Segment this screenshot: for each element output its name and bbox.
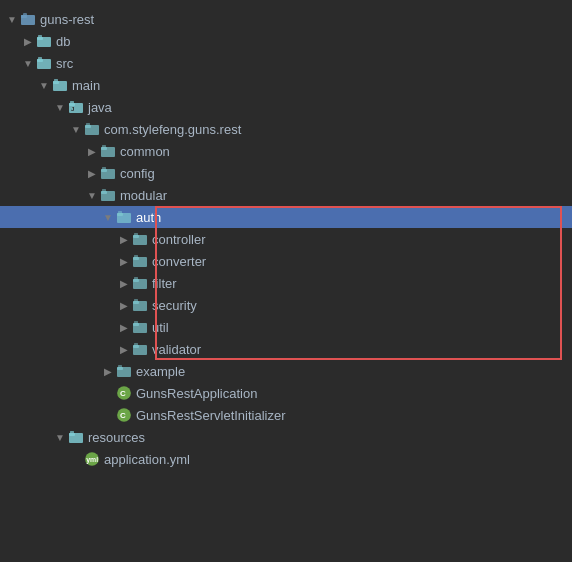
item-label: converter bbox=[152, 254, 206, 269]
pkg-folder-icon bbox=[100, 143, 116, 159]
svg-rect-5 bbox=[38, 35, 42, 38]
arrow-icon bbox=[4, 11, 20, 27]
arrow-icon bbox=[20, 55, 36, 71]
pkg-folder-icon bbox=[84, 121, 100, 137]
src-folder-icon: J bbox=[68, 99, 84, 115]
item-label: main bbox=[72, 78, 100, 93]
tree-item-main[interactable]: main bbox=[0, 74, 572, 96]
tree-item-config[interactable]: config bbox=[0, 162, 572, 184]
pkg-folder-icon bbox=[132, 231, 148, 247]
tree-item-java[interactable]: J java bbox=[0, 96, 572, 118]
pkg-folder-icon bbox=[132, 297, 148, 313]
pkg-folder-icon bbox=[132, 253, 148, 269]
item-label: application.yml bbox=[104, 452, 190, 467]
arrow-icon bbox=[116, 319, 132, 335]
svg-rect-21 bbox=[102, 145, 106, 148]
tree-item-guns-rest-app[interactable]: C GunsRestApplication bbox=[0, 382, 572, 404]
svg-text:C: C bbox=[120, 389, 126, 398]
tree-item-util[interactable]: util bbox=[0, 316, 572, 338]
arrow-icon bbox=[116, 253, 132, 269]
svg-rect-42 bbox=[134, 299, 138, 302]
svg-rect-14 bbox=[70, 101, 74, 104]
item-label: db bbox=[56, 34, 70, 49]
tree-item-validator[interactable]: validator bbox=[0, 338, 572, 360]
arrow-icon bbox=[116, 341, 132, 357]
spring-java-icon: C bbox=[116, 385, 132, 401]
pkg-folder-icon bbox=[132, 319, 148, 335]
svg-rect-58 bbox=[70, 431, 74, 434]
pkg-folder-icon bbox=[132, 341, 148, 357]
svg-rect-39 bbox=[134, 277, 138, 280]
arrow-icon bbox=[84, 165, 100, 181]
svg-rect-24 bbox=[102, 167, 106, 170]
tree-item-resources[interactable]: resources bbox=[0, 426, 572, 448]
arrow-icon bbox=[84, 143, 100, 159]
arrow-icon bbox=[52, 429, 68, 445]
folder-icon bbox=[36, 33, 52, 49]
arrow-icon bbox=[52, 99, 68, 115]
svg-rect-8 bbox=[38, 57, 42, 60]
tree-item-common[interactable]: common bbox=[0, 140, 572, 162]
res-folder-icon bbox=[68, 429, 84, 445]
item-label: filter bbox=[152, 276, 177, 291]
tree-item-security[interactable]: security bbox=[0, 294, 572, 316]
tree-item-servlet-init[interactable]: C GunsRestServletInitializer bbox=[0, 404, 572, 426]
svg-rect-48 bbox=[134, 343, 138, 346]
item-label: controller bbox=[152, 232, 205, 247]
tree-item-db[interactable]: db bbox=[0, 30, 572, 52]
arrow-icon bbox=[100, 209, 116, 225]
tree-item-example[interactable]: example bbox=[0, 360, 572, 382]
item-label: java bbox=[88, 100, 112, 115]
svg-rect-36 bbox=[134, 255, 138, 258]
pkg-folder-icon bbox=[116, 363, 132, 379]
arrow-icon bbox=[68, 121, 84, 137]
tree-item-pkg-root[interactable]: com.stylefeng.guns.rest bbox=[0, 118, 572, 140]
svg-rect-27 bbox=[102, 189, 106, 192]
arrow-icon bbox=[116, 297, 132, 313]
tree-item-filter[interactable]: filter bbox=[0, 272, 572, 294]
item-label: GunsRestApplication bbox=[136, 386, 257, 401]
arrow-icon bbox=[84, 187, 100, 203]
pkg-folder-icon bbox=[100, 165, 116, 181]
folder-icon bbox=[52, 77, 68, 93]
tree-item-auth[interactable]: auth bbox=[0, 206, 572, 228]
tree-wrapper: guns-rest db bbox=[0, 8, 572, 470]
arrow-icon bbox=[116, 275, 132, 291]
module-folder-icon bbox=[20, 11, 36, 27]
item-label: modular bbox=[120, 188, 167, 203]
arrow-icon bbox=[100, 363, 116, 379]
svg-text:yml: yml bbox=[86, 456, 98, 464]
svg-rect-11 bbox=[54, 79, 58, 82]
svg-text:C: C bbox=[120, 411, 126, 420]
item-label: config bbox=[120, 166, 155, 181]
svg-text:J: J bbox=[71, 106, 74, 112]
arrow-icon bbox=[20, 33, 36, 49]
item-label: com.stylefeng.guns.rest bbox=[104, 122, 241, 137]
tree-item-app-yml[interactable]: yml application.yml bbox=[0, 448, 572, 470]
tree-item-converter[interactable]: converter bbox=[0, 250, 572, 272]
svg-rect-45 bbox=[134, 321, 138, 324]
item-label: example bbox=[136, 364, 185, 379]
tree-item-guns-rest[interactable]: guns-rest bbox=[0, 8, 572, 30]
pkg-folder-icon bbox=[100, 187, 116, 203]
item-label: GunsRestServletInitializer bbox=[136, 408, 286, 423]
item-label: auth bbox=[136, 210, 161, 225]
item-label: resources bbox=[88, 430, 145, 445]
project-tree[interactable]: guns-rest db bbox=[0, 0, 572, 562]
spring-java-icon: C bbox=[116, 407, 132, 423]
tree-item-modular[interactable]: modular bbox=[0, 184, 572, 206]
svg-rect-18 bbox=[86, 123, 90, 126]
arrow-icon bbox=[36, 77, 52, 93]
tree-item-controller[interactable]: controller bbox=[0, 228, 572, 250]
pkg-folder-icon bbox=[116, 209, 132, 225]
tree-item-src[interactable]: src bbox=[0, 52, 572, 74]
svg-rect-2 bbox=[23, 13, 27, 16]
pkg-folder-icon bbox=[132, 275, 148, 291]
item-label: guns-rest bbox=[40, 12, 94, 27]
item-label: common bbox=[120, 144, 170, 159]
svg-rect-30 bbox=[118, 211, 122, 214]
item-label: util bbox=[152, 320, 169, 335]
item-label: src bbox=[56, 56, 73, 71]
svg-rect-33 bbox=[134, 233, 138, 236]
arrow-icon bbox=[116, 231, 132, 247]
